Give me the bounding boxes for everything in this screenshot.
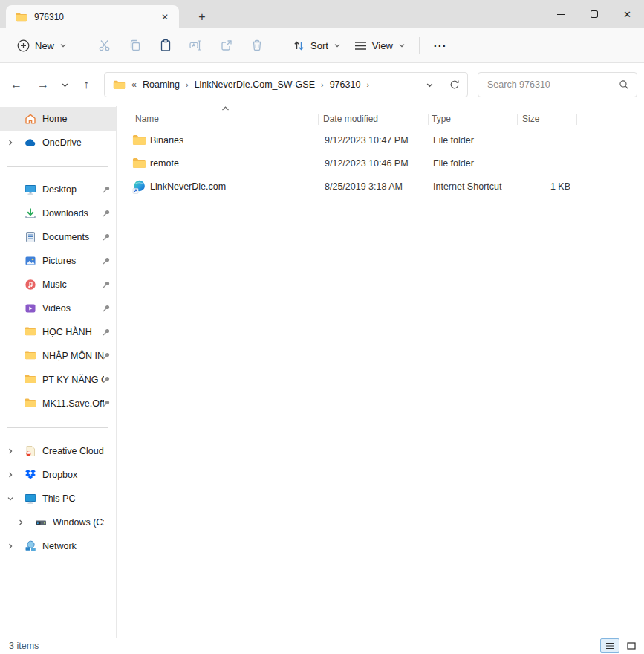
- breadcrumb-976310[interactable]: 976310: [330, 80, 361, 90]
- column-header-type[interactable]: Type: [432, 111, 451, 127]
- chevron-right-icon: [7, 543, 14, 550]
- dropbox-icon: [25, 469, 36, 481]
- sidebar-item-videos[interactable]: Videos: [0, 297, 116, 320]
- sidebar-item-nhap-mon[interactable]: NHẬP MÔN INT: [0, 344, 116, 368]
- internet-shortcut-icon: [132, 180, 146, 193]
- search-box: [478, 72, 637, 97]
- rename-button[interactable]: [180, 33, 211, 58]
- thumbnail-view-icon: [627, 642, 636, 650]
- refresh-icon: [449, 80, 460, 90]
- refresh-button[interactable]: [445, 74, 464, 95]
- chevron-right-icon: [7, 139, 14, 146]
- sidebar-item-label: Dropbox: [42, 463, 104, 487]
- sidebar-item-label: Downloads: [42, 201, 104, 225]
- sidebar-item-home[interactable]: Home: [0, 107, 116, 131]
- new-button[interactable]: New: [9, 34, 75, 57]
- file-modified: 8/25/2019 3:18 AM: [325, 175, 403, 198]
- recent-locations-button[interactable]: [56, 73, 73, 97]
- file-modified: 9/12/2023 10:46 PM: [325, 152, 409, 175]
- tab-close-icon[interactable]: ✕: [155, 9, 175, 25]
- sidebar-item-hoc-hanh[interactable]: HỌC HÀNH: [0, 320, 116, 344]
- sidebar-item-mk11-save[interactable]: MK11.Save.Offli: [0, 392, 116, 415]
- chevron-down-icon: [334, 42, 341, 49]
- search-input[interactable]: [478, 73, 637, 97]
- chevron-right-icon: [7, 447, 14, 455]
- sidebar-item-downloads[interactable]: Downloads: [0, 201, 116, 225]
- column-header-size[interactable]: Size: [522, 111, 539, 127]
- pin-icon: [102, 280, 111, 289]
- sidebar-item-creative-cloud[interactable]: Creative Cloud Files: [0, 439, 116, 463]
- cut-button[interactable]: [89, 33, 120, 58]
- details-view-button[interactable]: [600, 638, 619, 653]
- pin-icon: [102, 328, 111, 337]
- sidebar-item-network[interactable]: Network: [0, 534, 116, 558]
- toolbar-separator: [82, 37, 82, 54]
- sidebar-item-onedrive[interactable]: OneDrive: [0, 131, 116, 155]
- sidebar-item-documents[interactable]: Documents: [0, 225, 116, 249]
- sidebar-item-label: OneDrive: [42, 131, 104, 155]
- column-divider[interactable]: [517, 114, 518, 125]
- file-size: 1 KB: [489, 175, 570, 198]
- breadcrumb-separator: ›: [321, 80, 324, 89]
- windows-drive-icon: [35, 517, 47, 528]
- tab-976310[interactable]: 976310 ✕: [6, 5, 179, 28]
- breadcrumb-overflow[interactable]: «: [131, 80, 137, 90]
- column-divider[interactable]: [318, 114, 319, 125]
- folder-icon: [16, 12, 27, 22]
- see-more-button[interactable]: ···: [426, 33, 455, 57]
- back-button[interactable]: ←: [4, 73, 28, 97]
- column-divider[interactable]: [428, 114, 429, 125]
- sidebar-item-windows-c[interactable]: Windows (C:): [0, 511, 116, 534]
- address-dropdown-button[interactable]: [420, 74, 439, 95]
- search-icon[interactable]: [619, 80, 629, 90]
- file-modified: 9/12/2023 10:47 PM: [325, 129, 409, 152]
- sort-button[interactable]: Sort: [286, 34, 348, 57]
- plus-circle-icon: [17, 39, 30, 52]
- sidebar-item-label: Desktop: [42, 178, 104, 201]
- file-type: File folder: [433, 129, 474, 152]
- folder-icon: [132, 134, 146, 147]
- address-bar[interactable]: « Roaming › LinkNeverDie.Com_SW-GSE › 97…: [104, 72, 468, 97]
- copy-button[interactable]: [120, 33, 150, 58]
- pin-icon: [102, 185, 111, 194]
- new-tab-button[interactable]: +: [192, 7, 212, 26]
- sidebar-item-music[interactable]: Music: [0, 273, 116, 297]
- share-icon: [220, 39, 233, 52]
- sidebar-item-this-pc[interactable]: This PC: [0, 487, 116, 511]
- file-type: File folder: [433, 152, 474, 175]
- trash-icon: [250, 39, 264, 52]
- share-button[interactable]: [211, 33, 241, 58]
- folder-icon: [25, 326, 36, 338]
- close-button[interactable]: ✕: [611, 0, 644, 28]
- minimize-icon: [557, 14, 565, 15]
- view-button[interactable]: View: [348, 35, 412, 56]
- forward-button[interactable]: →: [31, 73, 55, 97]
- creative-cloud-icon: [25, 445, 36, 457]
- sidebar-item-pt-ky-nang[interactable]: PT KỸ NĂNG CÁ: [0, 368, 116, 392]
- column-divider[interactable]: [576, 114, 577, 125]
- downloads-icon: [25, 207, 36, 219]
- sidebar-item-dropbox[interactable]: Dropbox: [0, 463, 116, 487]
- chevron-down-icon: [398, 42, 406, 49]
- breadcrumb-roaming[interactable]: Roaming: [143, 80, 180, 90]
- column-header-name[interactable]: Name: [135, 111, 159, 127]
- file-row-binaries[interactable]: Binaries 9/12/2023 10:47 PM File folder: [119, 129, 637, 152]
- pin-icon: [102, 399, 111, 408]
- file-row-remote[interactable]: remote 9/12/2023 10:46 PM File folder: [119, 152, 637, 175]
- file-row-linkneverdie[interactable]: LinkNeverDie.com 8/25/2019 3:18 AM Inter…: [119, 175, 637, 198]
- column-header-modified[interactable]: Date modified: [323, 111, 378, 127]
- paste-button[interactable]: [150, 33, 180, 58]
- sidebar-item-pictures[interactable]: Pictures: [0, 249, 116, 273]
- up-button[interactable]: ↑: [74, 73, 98, 97]
- maximize-button[interactable]: [577, 0, 611, 28]
- thumbnail-view-button[interactable]: [622, 638, 641, 653]
- sidebar-item-label: NHẬP MÔN INT: [42, 344, 104, 368]
- sidebar-item-label: MK11.Save.Offli: [42, 392, 104, 415]
- item-count: 3 items: [9, 641, 39, 651]
- minimize-button[interactable]: [544, 0, 577, 28]
- breadcrumb-linkneverdie[interactable]: LinkNeverDie.Com_SW-GSE: [195, 80, 315, 90]
- home-icon: [25, 113, 36, 125]
- delete-button[interactable]: [241, 33, 272, 58]
- sidebar-item-desktop[interactable]: Desktop: [0, 178, 116, 201]
- pin-icon: [102, 375, 111, 384]
